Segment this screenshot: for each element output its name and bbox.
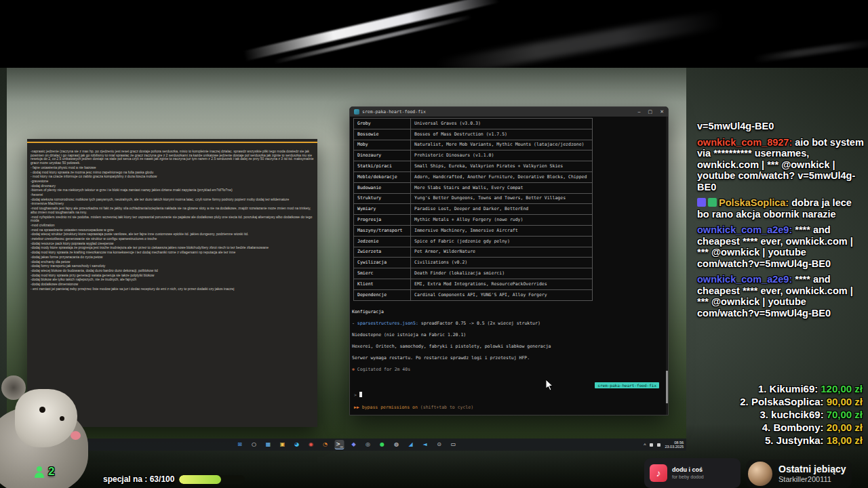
chat-username: ownkick_com_8927: xyxy=(697,137,795,148)
system-tray[interactable]: ^ 08:56 23.03.2025 xyxy=(644,439,684,451)
mod-table-row: StrukturyYung's Better Dungeons, Towns a… xyxy=(354,193,593,204)
mod-table-row: ZwierzetaPet Armor, WilderNature xyxy=(354,247,593,258)
last-sub-name: Starkiller200111 xyxy=(778,475,846,484)
volume-icon[interactable] xyxy=(657,443,660,447)
donation-row: 3. kuchcik69:70,00 zł xyxy=(740,408,863,421)
note-line: -gravestone xyxy=(31,180,315,184)
file-explorer-icon[interactable]: ▣ xyxy=(278,440,288,449)
telegram-icon[interactable]: ◄ xyxy=(420,440,430,449)
mod-list-cell: Prehistoric Dinosaurs (v1.1.0) xyxy=(411,150,593,161)
tray-expand-icon[interactable]: ^ xyxy=(644,443,646,447)
note-line: -dodaj wieksza roznorodnosc mobkow tych … xyxy=(31,198,315,202)
steam-icon[interactable]: ◎ xyxy=(363,440,373,449)
taskbar[interactable]: ⊞○▦▣◕◉◔>_◆◎●◍◢◄⊙▭ ^ 08:56 23.03.2025 xyxy=(7,439,686,451)
spotify-icon[interactable]: ● xyxy=(378,440,387,449)
chrome-icon[interactable]: ◉ xyxy=(307,440,316,449)
donation-name: 1. Kikumi69: xyxy=(758,383,818,394)
mod-table-row: DependencjeCardinal Components API, YUNG… xyxy=(354,289,593,300)
settings-icon[interactable]: ⊙ xyxy=(435,440,444,449)
start-icon[interactable]: ⊞ xyxy=(235,440,245,449)
mod-category-cell: Meble/dekoracje xyxy=(354,171,411,182)
discord-icon[interactable]: ◆ xyxy=(349,440,359,449)
donation-row: 4. Bombony:20,00 zł xyxy=(740,421,863,434)
config-filename: sparsestructures.json5: xyxy=(357,321,418,326)
music-title: dodu i coś xyxy=(672,466,704,474)
edge-icon[interactable]: ◕ xyxy=(292,440,302,449)
minimize-button[interactable]: – xyxy=(638,107,641,117)
mod-category-cell: Struktury xyxy=(354,193,411,204)
network-icon[interactable] xyxy=(650,443,653,447)
obs-icon[interactable]: ◍ xyxy=(392,440,401,449)
donation-amount: 70,00 zł xyxy=(827,409,863,420)
mod-list-cell: Paradise Lost, Deeper and Darker, Better… xyxy=(411,204,593,215)
mod-list-cell: Spice of Fabric (jedzenie gdy pelny) xyxy=(411,236,593,247)
mod-table-row: Maszyny/transportImmersive Machinery, Im… xyxy=(354,225,593,236)
mod-list-cell: Small Ships, Eureka, Valkyrien Pirates +… xyxy=(411,161,593,172)
chat-username: PolskaSoplica: xyxy=(719,197,791,208)
goal-label: specjal na : 63/100 xyxy=(103,474,174,484)
light-streak xyxy=(753,39,868,63)
mod-category-cell: Bossowie xyxy=(354,129,411,140)
scrollbar-thumb[interactable] xyxy=(666,371,668,404)
mod-table-row: ProgresjaMythic Metals + Alloy Forgery (… xyxy=(354,215,593,226)
mod-list-cell: Yung's Better Dungeons, Towns and Towers… xyxy=(411,193,593,204)
note-line: - emi zamiast jei pamietaj zeby przejrze… xyxy=(31,287,315,291)
note-line: -mod nyfspiders srednio mi sie podoba. m… xyxy=(31,216,315,223)
viewer-counter: 2 xyxy=(34,465,54,479)
close-button[interactable]: ✕ xyxy=(660,107,664,117)
mod-category-cell: Progresja xyxy=(354,215,411,226)
terminal-icon xyxy=(354,109,359,115)
music-subtitle: for beby dodod xyxy=(672,474,704,480)
mod-table-row: DinozauryPrehistoric Dinosaurs (v1.1.0) xyxy=(354,150,593,161)
donation-amount: 90,00 zł xyxy=(827,396,863,407)
chat-message: PolskaSoplica: dobra ja lece bo rano akc… xyxy=(697,197,865,220)
stream-frame: -naprawic jedzenie (zaczyna sie z max hp… xyxy=(0,0,868,488)
mod-category-cell: Statki/piraci xyxy=(354,161,411,172)
mod-table-row: GrobyUniversal Graves (v3.0.3) xyxy=(354,119,593,129)
firefox-icon[interactable]: ◔ xyxy=(321,440,330,449)
last-sub-title: Ostatni jebiący xyxy=(778,464,846,475)
config-line: - sparsestructures.json5: spreadFactor 0… xyxy=(352,321,668,326)
search-icon[interactable]: ○ xyxy=(250,440,259,449)
mouse-cursor xyxy=(546,380,554,391)
mod-category-cell: Klient xyxy=(354,279,411,289)
maximize-button[interactable]: ▢ xyxy=(648,107,653,117)
unavailable-list: Hexerei, Oritech, samochody, fabryki i p… xyxy=(352,344,668,349)
notepad-icon[interactable]: ▭ xyxy=(449,440,458,449)
scrollbar[interactable] xyxy=(666,117,668,415)
vscode-icon[interactable]: ◢ xyxy=(406,440,416,449)
mod-table-row: Statki/piraciSmall Ships, Eureka, Valkyr… xyxy=(354,161,593,172)
chat-message: ownkick_com_a2e9: **** and cheapest ****… xyxy=(697,224,865,269)
prompt-symbol: > xyxy=(354,392,357,398)
autocomplete-suggestion[interactable]: srem-paka-heart-food-fix xyxy=(595,382,659,388)
chat-message: ownkick_com_a2e9: **** and cheapest ****… xyxy=(697,274,865,319)
mod-category-cell: Wymiary xyxy=(354,204,411,215)
viewer-count: 2 xyxy=(48,465,54,479)
thinking-status: ✻ Cogitated for 2m 40s xyxy=(352,367,668,372)
mod-list-cell: Naturalist, More Mob Variants, Mythic Mo… xyxy=(411,140,593,150)
music-note-icon: ♪ xyxy=(650,464,667,482)
mod-category-cell: Budowanie xyxy=(354,182,411,193)
play-icons: ▶▶ xyxy=(354,405,362,410)
prompt-line[interactable]: > xyxy=(354,392,362,398)
config-heading: Konfiguracja xyxy=(352,310,668,314)
mod-table-row: SmiercDeath Finder (lokalizacja smierci) xyxy=(354,268,593,279)
taskbar-clock[interactable]: 08:56 23.03.2025 xyxy=(665,441,684,449)
top-letterbox xyxy=(0,0,868,68)
terminal-window[interactable]: srem-paka-heart-food-fix – ▢ ✕ GrobyUniv… xyxy=(349,106,669,415)
taskbar-icons: ⊞○▦▣◕◉◔>_◆◎●◍◢◄⊙▭ xyxy=(235,440,458,449)
mod-table-row: WymiaryParadise Lost, Deeper and Darker,… xyxy=(354,204,593,215)
donation-row: 2. PolskaSoplica:90,00 zł xyxy=(740,395,863,408)
widgets-icon[interactable]: ▦ xyxy=(264,440,273,449)
terminal-titlebar[interactable]: srem-paka-heart-food-fix – ▢ ✕ xyxy=(350,107,668,117)
clock-date: 23.03.2025 xyxy=(665,445,684,449)
donation-name: 3. kuchcik69: xyxy=(760,409,823,420)
donation-amount: 18,00 zł xyxy=(827,434,863,446)
opossum-eye xyxy=(60,416,64,421)
mod-category-cell: Groby xyxy=(354,119,411,129)
terminal-body[interactable]: GrobyUniversal Graves (v3.0.3)BossowieBo… xyxy=(350,117,668,415)
note-line: -mod civilization xyxy=(31,224,315,228)
goal-progress-fill xyxy=(179,475,220,484)
terminal-icon[interactable]: >_ xyxy=(335,440,344,449)
mod-table-row: CywilizacjaCivilizations (v0.2) xyxy=(354,258,593,268)
